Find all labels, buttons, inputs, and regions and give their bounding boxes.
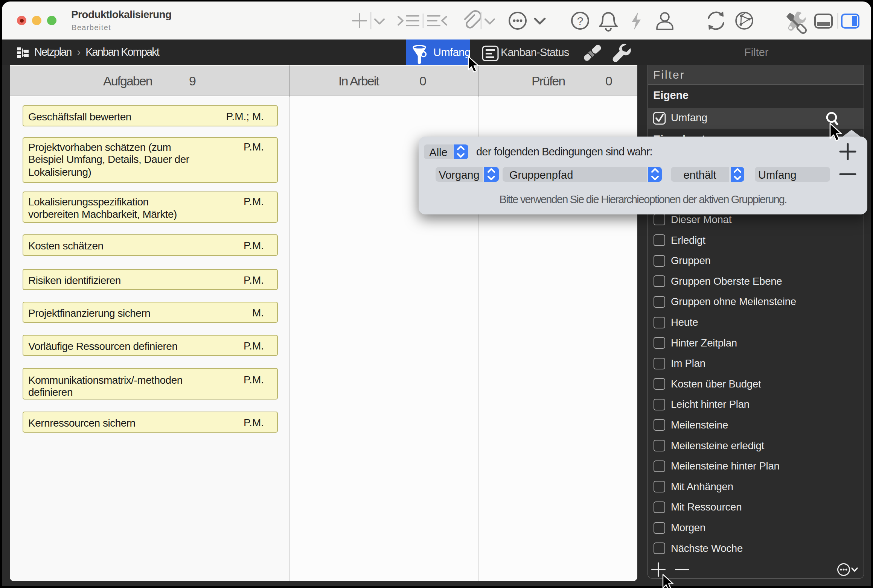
svg-text:?: ? — [577, 15, 584, 27]
